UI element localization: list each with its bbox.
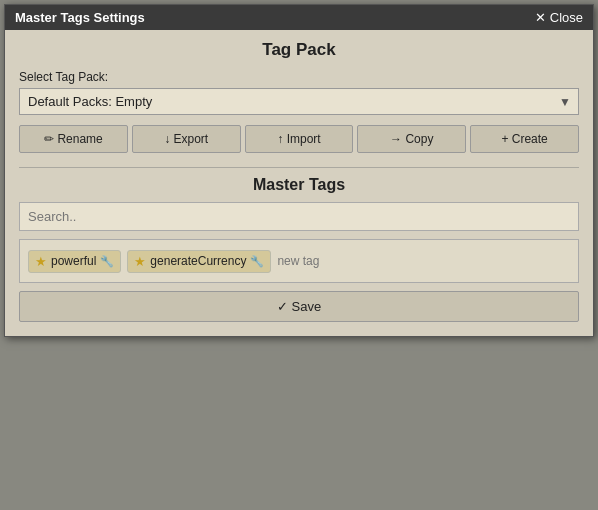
select-wrapper: Default Packs: Empty ▼ bbox=[19, 88, 579, 115]
tag-name: generateCurrency bbox=[150, 254, 246, 268]
tag-name: powerful bbox=[51, 254, 96, 268]
dialog-title: Master Tags Settings bbox=[15, 10, 145, 25]
toolbar: ✏ Rename ↓ Export ↑ Import → Copy + Crea… bbox=[19, 125, 579, 153]
copy-button[interactable]: → Copy bbox=[357, 125, 466, 153]
master-tags-dialog: Master Tags Settings ✕ Close Tag Pack Se… bbox=[4, 4, 594, 337]
create-button[interactable]: + Create bbox=[470, 125, 579, 153]
new-tag-input[interactable] bbox=[277, 254, 427, 268]
tag-wrench-icon[interactable]: 🔧 bbox=[100, 255, 114, 268]
import-button[interactable]: ↑ Import bbox=[245, 125, 354, 153]
tag-pack-title: Tag Pack bbox=[19, 40, 579, 60]
master-tags-title: Master Tags bbox=[19, 176, 579, 194]
tag-star-icon: ★ bbox=[134, 254, 146, 269]
tag-wrench-icon[interactable]: 🔧 bbox=[250, 255, 264, 268]
tags-container[interactable]: ★ powerful 🔧 ★ generateCurrency 🔧 bbox=[19, 239, 579, 283]
tag-star-icon: ★ bbox=[35, 254, 47, 269]
dialog-body: Tag Pack Select Tag Pack: Default Packs:… bbox=[5, 30, 593, 336]
title-bar: Master Tags Settings ✕ Close bbox=[5, 5, 593, 30]
tag-pack-select[interactable]: Default Packs: Empty bbox=[19, 88, 579, 115]
divider bbox=[19, 167, 579, 168]
tag-generatecurrency: ★ generateCurrency 🔧 bbox=[127, 250, 271, 273]
save-button[interactable]: ✓ Save bbox=[19, 291, 579, 322]
select-label: Select Tag Pack: bbox=[19, 70, 579, 84]
search-input[interactable] bbox=[19, 202, 579, 231]
tag-powerful: ★ powerful 🔧 bbox=[28, 250, 121, 273]
export-button[interactable]: ↓ Export bbox=[132, 125, 241, 153]
close-button[interactable]: ✕ Close bbox=[535, 10, 583, 25]
rename-button[interactable]: ✏ Rename bbox=[19, 125, 128, 153]
